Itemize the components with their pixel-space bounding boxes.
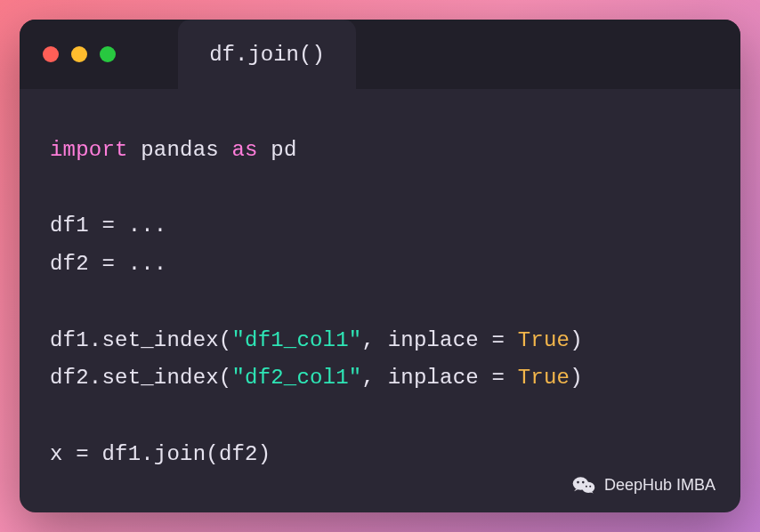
code-var-df1: df1 — [50, 214, 89, 238]
watermark-text: DeepHub IMBA — [604, 476, 716, 495]
code-keyword-as: as — [231, 138, 257, 162]
code-ellipsis: ... — [128, 214, 167, 238]
tab-title[interactable]: df.join() — [178, 20, 356, 89]
code-module-pandas: pandas — [141, 138, 219, 162]
svg-point-1 — [582, 482, 594, 493]
code-lparen: ( — [206, 442, 219, 466]
code-obj-df2: df2 — [50, 366, 89, 390]
code-rparen: ) — [258, 442, 271, 466]
code-ellipsis: ... — [128, 252, 167, 276]
wechat-icon — [572, 473, 595, 496]
tab-label: df.join() — [209, 43, 325, 67]
svg-point-2 — [577, 481, 579, 484]
code-string: "df1_col1" — [231, 328, 361, 352]
code-area: import pandas as pd df1 = ... df2 = ... … — [20, 89, 740, 512]
code-comma: , — [361, 328, 375, 352]
code-obj-df1: df1 — [50, 328, 89, 352]
code-alias-pd: pd — [271, 138, 296, 162]
svg-point-4 — [586, 486, 587, 488]
code-obj-df1: df1 — [101, 442, 141, 466]
code-dot: . — [89, 366, 102, 390]
code-var-df2: df2 — [50, 252, 89, 276]
code-eq: = — [101, 252, 115, 276]
code-keyword-import: import — [50, 138, 128, 162]
code-dot: . — [89, 328, 102, 352]
code-eq: = — [101, 214, 115, 238]
code-lparen: ( — [219, 366, 232, 390]
close-icon[interactable] — [43, 46, 59, 62]
code-comma: , — [361, 366, 375, 390]
code-rparen: ) — [570, 328, 583, 352]
maximize-icon[interactable] — [100, 46, 116, 62]
code-string: "df2_col1" — [231, 366, 361, 390]
code-eq: = — [492, 328, 505, 352]
code-var-x: x — [50, 442, 63, 466]
svg-point-3 — [582, 481, 585, 484]
svg-point-5 — [589, 486, 591, 488]
code-fn-setindex: set_index — [101, 328, 218, 352]
traffic-lights — [43, 46, 116, 62]
code-window: df.join() import pandas as pd df1 = ... … — [20, 20, 740, 512]
code-dot: . — [141, 442, 154, 466]
code-fn-join: join — [154, 442, 206, 466]
code-eq: = — [76, 442, 89, 466]
code-eq: = — [492, 366, 505, 390]
code-lparen: ( — [219, 328, 232, 352]
code-rparen: ) — [570, 366, 583, 390]
minimize-icon[interactable] — [71, 46, 87, 62]
code-arg-inplace: inplace — [388, 366, 479, 390]
watermark: DeepHub IMBA — [572, 473, 716, 496]
code-fn-setindex: set_index — [101, 366, 218, 390]
code-arg-inplace: inplace — [388, 328, 479, 352]
code-arg-df2: df2 — [219, 442, 258, 466]
code-bool-true: True — [518, 366, 570, 390]
code-bool-true: True — [518, 328, 570, 352]
window-titlebar: df.join() — [20, 20, 740, 89]
